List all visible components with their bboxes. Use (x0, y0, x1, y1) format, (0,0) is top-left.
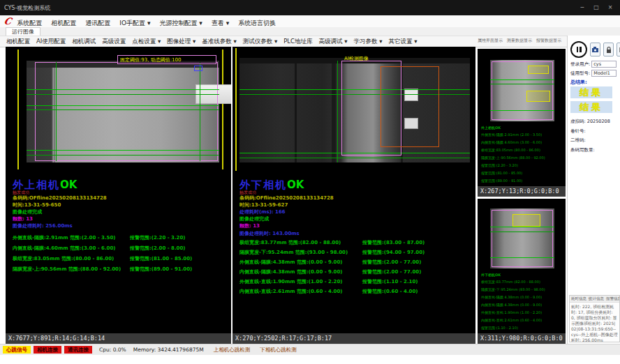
toolbar-button[interactable]: 图像处理 ▾ (167, 38, 195, 46)
menu-item[interactable]: 系统配置 (17, 20, 42, 26)
camera-canvas[interactable]: 外下相机OK 极组宽度:83.77mm (82.00 - 88.00)隔膜宽度-… (478, 199, 566, 333)
result-block: 外下相机OK 触发成功 条码码:OFfline20250208133134728… (239, 181, 449, 229)
measurement-value: 外侧直线-直线:1.90mm 范围:(1.00 - 2.20) (239, 278, 362, 288)
pin-number-label: 卷针号: (570, 128, 586, 135)
camera-thumb-bottom[interactable]: 外下相机OK 极组宽度:83.77mm (82.00 - 88.00)隔膜宽度-… (478, 199, 566, 344)
result-block: 外上相机OK 触发成功 条码码:OFfline20250208133134728… (13, 181, 222, 229)
toolbar-button[interactable]: 相机调试 (72, 38, 96, 46)
lower-camera-heartbeat: 下相机心跳检测 (260, 347, 297, 354)
memory-usage: Memory: 3424.41796875M (133, 347, 204, 353)
threshold-label: 固定阈值:93, 动态阈值:100 (120, 56, 181, 63)
thumb-measurement-line: 报警范围:(2.20 - 3.20) (481, 162, 564, 169)
camera-canvas[interactable]: 固定阈值:93, 动态阈值:100 外上相机OK 触发成功 条码码:OFflin… (6, 47, 231, 333)
camera-connection-badge: 相机连接 (34, 346, 61, 354)
toolbar-button[interactable]: 高级调试 ▾ (319, 38, 348, 46)
thumbs-header-label[interactable]: 属性界面显示 (478, 38, 503, 44)
upper-camera-heartbeat: 上相机心跳检测 (214, 347, 251, 354)
virtual-code-label: 虚拟码: (570, 119, 586, 124)
thumb-measurement-line: 内侧直线-直线:2.61mm (0.60 - 4.00) (481, 317, 564, 324)
camera-thumb-top[interactable]: 外上相机OK 外侧直线-隔膜:2.91mm (2.00 - 3.50)内侧直线-… (478, 49, 566, 197)
toolbar-button[interactable]: 其它设置 ▾ (388, 38, 417, 46)
coordinate-bar: X:267;Y:13;R:0;G:0;B:0 (478, 186, 566, 197)
alarm-range: 报警范围:(2.00 - 77.00) (362, 259, 421, 268)
info-panel[interactable]: 耗时信息 统计信息 报警信息 耗时: 222, 班组检测耗时: 17, 班组分类… (569, 295, 620, 342)
toolbar-button[interactable]: 点检设置 ▾ (132, 38, 161, 46)
alarm-range: 报警范围:(83.00 - 87.00) (362, 239, 425, 249)
barcode-line: 条码码:OFfline20250208133134728 (239, 195, 449, 202)
tab-strip: 运行图像 (0, 27, 620, 36)
toolbar-button[interactable]: AI使用配置 (36, 38, 66, 46)
close-icon[interactable]: × (605, 3, 616, 12)
measurement-value: 外侧直线-隔膜:2.91mm 范围:(2.00 - 3.50) (13, 234, 130, 245)
thumb-measurement-line: 隔膜宽度-下:95.24mm (93.00 - 98.00) (481, 286, 564, 294)
thumb-measurement-line: 内侧直线-隔膜:4.60mm (3.00 - 6.00) (481, 139, 564, 146)
model-value-field[interactable]: Model1 (591, 70, 617, 77)
alarm-range: 报警范围:(2.00 - 8.00) (130, 245, 186, 255)
info-tab-elapsed[interactable]: 耗时信息 (571, 296, 586, 301)
heartbeat-badge: 心跳信号 (3, 346, 31, 354)
thumb-measurement-line: 外侧直线-隔膜:4.38mm (0.00 - 9.00) (481, 294, 564, 301)
coordinate-bar: X:270;Y:2502;R:17;G:17;B:17 (232, 333, 475, 344)
toolbar-button[interactable]: 学习参数 ▾ (353, 38, 382, 46)
algo-elapsed-line: 处理耗时(ms): 166 (239, 208, 449, 215)
thumb-measurement-line: 报警范围:(1.10 - 2.10) (481, 324, 564, 332)
menu-item[interactable]: 相机配置 (51, 20, 76, 26)
menu-item[interactable]: 系统语言切换 (238, 20, 276, 26)
title-bar: CYS-视觉检测系统 ─ □ × (0, 0, 620, 15)
menu-item[interactable]: 通讯配置 (85, 20, 110, 26)
info-tab-alarm[interactable]: 报警信息 (606, 296, 620, 301)
model-label: 使用型号: (570, 70, 590, 76)
camera-view-outer-upper[interactable]: 固定阈值:93, 动态阈值:100 外上相机OK 触发成功 条码码:OFflin… (6, 47, 231, 344)
measurement-value: 外侧直线-隔膜:4.38mm 范围:(0.00 - 9.00) (239, 259, 362, 268)
measurement-row: 内侧直线-隔膜:4.38mm 范围:(0.00 - 9.00) 报警范围:(2.… (239, 268, 473, 278)
measurement-row: 内侧直线-隔膜:4.60mm 范围:(3.00 - 6.00) 报警范围:(2.… (13, 245, 228, 255)
roi-box-pink (35, 62, 218, 161)
user-value-field[interactable]: cys (591, 61, 617, 68)
measurement-value: 极组宽度:83.05mm 范围:(80.00 - 86.00) (13, 255, 130, 266)
coordinate-bar: X:311;Y:980;R:0;G:0;B:0 (478, 333, 566, 344)
toolbar-button[interactable]: PLC地址库 (283, 38, 312, 46)
comm-connection-badge: 通讯连接 (64, 346, 92, 354)
alarm-range: 报警范围:(1.10 - 2.10) (362, 278, 418, 288)
minimize-icon[interactable]: ─ (577, 3, 588, 12)
barcode-line: 条码码:OFfline20250208133134728 (13, 195, 222, 202)
count-line: 颗数: 13 (239, 222, 449, 229)
toolbar-button[interactable]: 基准线参数 ▾ (202, 38, 236, 46)
menu-item[interactable]: 光源控制配置 ▾ (159, 20, 202, 26)
measurement-value: 极组宽度:83.77mm 范围:(82.00 - 88.00) (239, 239, 362, 249)
pause-button[interactable] (570, 41, 587, 58)
user-lock-button[interactable] (603, 43, 614, 56)
app-window: CYS-视觉检测系统 ─ □ × C 系统配置相机配置通讯配置IO手配置 ▾光源… (0, 0, 620, 364)
marker-box-blue (194, 66, 202, 71)
cpu-usage: Cpu: 0.0% (99, 347, 126, 353)
toolbar-button[interactable]: 高级设置 (102, 38, 126, 46)
thumbs-header-label[interactable]: 报警数据显示 (536, 38, 561, 44)
measurement-value: 内侧直线-隔膜:4.60mm 范围:(3.00 - 6.00) (13, 245, 130, 255)
thumb-measurement-line: 隔膜宽度-上:90.56mm (88.00 - 92.00) (481, 154, 564, 162)
virtual-code-row: 虚拟码: 20250208 (570, 119, 610, 125)
menu-item[interactable]: 查看 ▾ (212, 20, 229, 26)
user-label: 登录用户: (570, 61, 590, 67)
camera-capture-button[interactable] (590, 43, 600, 56)
thumb-measurement-line: 外侧直线-隔膜:2.91mm (2.00 - 3.50) (481, 131, 564, 139)
toolbar-button[interactable]: 相机配置 (6, 38, 30, 46)
ai-image-label: AI检测图像 (344, 55, 369, 62)
alarm-range: 报警范围:(2.00 - 77.00) (362, 268, 421, 278)
maximize-icon[interactable]: □ (591, 3, 602, 12)
measurement-value: 内侧直线-直线:2.61mm 范围:(0.60 - 4.00) (239, 288, 362, 298)
info-tab-stats[interactable]: 统计信息 (589, 296, 604, 301)
thumbs-header-label[interactable]: 测量数据显示 (507, 38, 532, 44)
toolbar-button[interactable]: 测试仪参数 ▾ (243, 38, 277, 46)
camera-icon (592, 47, 598, 52)
camera-canvas[interactable]: AI检测图像 外下相机OK 触发成功 条码码:OFfline2025020813… (232, 47, 475, 333)
camera-view-outer-lower[interactable]: AI检测图像 外下相机OK 触发成功 条码码:OFfline2025020813… (232, 47, 475, 344)
alarm-range: 报警范围:(94.00 - 97.00) (362, 249, 425, 259)
exit-button[interactable] (617, 43, 620, 56)
alarm-range: 报警范围:(89.00 - 91.00) (130, 266, 192, 276)
measurement-list: 极组宽度:83.77mm 范围:(82.00 - 88.00) 报警范围:(83… (239, 239, 473, 298)
process-done-line: 图像处理完成 (13, 208, 222, 215)
menu-item[interactable]: IO手配置 ▾ (119, 20, 150, 26)
thumb-measurement-line: 外侧直线-直线:1.90mm (1.00 - 2.20) (481, 309, 564, 317)
camera-canvas[interactable]: 外上相机OK 外侧直线-隔膜:2.91mm (2.00 - 3.50)内侧直线-… (478, 49, 566, 186)
result-ok: OK (287, 179, 304, 191)
